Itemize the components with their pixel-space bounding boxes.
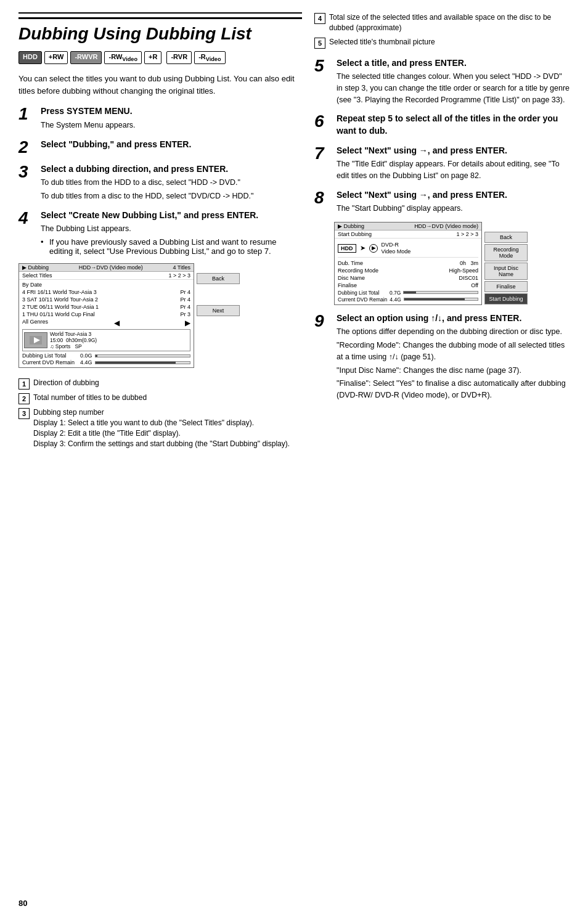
sd-buttons: Back Recording Mode Input Disc Name Fina… (484, 222, 528, 305)
next-btn[interactable]: Next (197, 305, 240, 316)
annotation-list: 1 Direction of dubbing 2 Total number of… (18, 378, 302, 449)
sd-subheader: Start Dubbing 1 > 2 > 3 (335, 231, 481, 239)
annotation-2: 2 Total number of titles to be dubbed (18, 393, 302, 404)
sd-start-btn[interactable]: Start Dubbing (484, 293, 528, 304)
right-annotations: 4 Total size of the selected titles and … (314, 12, 570, 49)
step-4-body: The Dubbing List appears. (41, 223, 302, 235)
sd-body: HDD ➤ ▶ DVD-R Video Mode Dub. Time 0h 3m (335, 239, 481, 304)
annotation-4: 4 Total size of the selected titles and … (314, 12, 570, 33)
screen-steps: 1 > 2 > 3 (168, 272, 190, 279)
thumb-image (24, 332, 47, 348)
step-2: 2 Select "Dubbing," and press ENTER. (18, 139, 302, 156)
sd-dub-time: Dub. Time 0h 3m (338, 259, 478, 267)
screen-allgenres-row: All Genres ◀ ▶ (22, 318, 190, 328)
step-9: 9 Select an option using ↑/↓, and press … (314, 312, 570, 401)
step-2-title: Select "Dubbing," and press ENTER. (41, 139, 302, 151)
badge-rwvideo: -RWVideo (104, 51, 142, 64)
badge-rvideo: -RVideo (194, 51, 225, 64)
step-9-body4: "Finalise": Select "Yes" to finalise a d… (337, 378, 570, 401)
annotation-1-text: Direction of dubbing (33, 378, 99, 388)
sd-back-btn[interactable]: Back (484, 232, 528, 243)
step-5-num: 5 (314, 57, 332, 75)
start-dubbing-screen: ▶ Dubbing HDD→DVD (Video mode) Start Dub… (334, 222, 482, 305)
annotation-1: 1 Direction of dubbing (18, 378, 302, 390)
screen-body: By Date 4 FRI 16/11 World Tour-Asia 3 Pr… (19, 280, 194, 367)
current-dvd-remain-bar: Current DVD Remain 4.4G (22, 359, 190, 365)
thumbnail-strip: World Tour-Asia 3 15:00 0h30m(0.9G) ♫ Sp… (22, 329, 190, 351)
annotation-2-text: Total number of titles to be dubbed (33, 393, 147, 403)
step-1-title: Press SYSTEM MENU. (41, 105, 302, 118)
step-9-body1: The options differ depending on the dubb… (337, 326, 570, 338)
sd-discname-btn[interactable]: Input Disc Name (484, 263, 528, 280)
screen-title-count: 4 Titles (173, 264, 190, 271)
sd-disc-name: Disc Name DISC01 (338, 274, 478, 282)
sd-list-total: Dubbing List Total 0.7G (338, 290, 478, 296)
step-4-bullet: • If you have previously saved a Dubbing… (41, 237, 302, 256)
step-8-body: The "Start Dubbing" display appears. (337, 203, 570, 214)
badge-plusrw: +RW (44, 51, 68, 64)
step-1-body: The System Menu appears. (41, 120, 302, 131)
step-9-num: 9 (314, 312, 332, 330)
step-9-body2: "Recording Mode": Changes the dubbing mo… (337, 340, 570, 363)
step-6: 6 Repeat step 5 to select all of the tit… (314, 113, 570, 137)
sd-header: ▶ Dubbing HDD→DVD (Video mode) (335, 222, 481, 231)
screen-title-row-3: 3 SAT 10/11 World Tour-Asia 2 Pr 4 (22, 296, 190, 303)
step-5-title: Select a title, and press ENTER. (337, 57, 570, 70)
step-3-title: Select a dubbing direction, and press EN… (41, 163, 302, 176)
page-number: 80 (18, 899, 27, 908)
step-3: 3 Select a dubbing direction, and press … (18, 163, 302, 202)
screen1-buttons: Back Next (197, 263, 240, 368)
step-7-body: The "Title Edit" display appears. For de… (337, 158, 570, 182)
step-4-title: Select "Create New Dubbing List," and pr… (41, 210, 302, 222)
annotation-4-text: Total size of the selected titles and av… (329, 12, 570, 33)
step-6-title: Repeat step 5 to select all of the title… (337, 113, 570, 137)
screen-title-row-4: 4 FRI 16/11 World Tour-Asia 3 Pr 4 (22, 288, 190, 296)
annotation-3-text: Dubbing step number Display 1: Select a … (33, 407, 290, 449)
intro-text: You can select the titles you want to du… (18, 73, 302, 97)
sd-finalise-btn[interactable]: Finalise (484, 281, 528, 292)
badge-hdd: HDD (18, 51, 42, 64)
back-btn[interactable]: Back (197, 273, 240, 284)
step-9-body3: "Input Disc Name": Changes the disc name… (337, 365, 570, 377)
step-3-body2: To dub titles from a disc to the HDD, se… (41, 190, 302, 202)
page-title: Dubbing Using Dubbing List (18, 17, 302, 44)
select-titles-screen: ▶ Dubbing HDD→DVD (Video mode) 4 Titles … (18, 263, 194, 368)
screen-bydate-row: By Date (22, 281, 190, 288)
step-3-body1: To dub titles from the HDD to a disc, se… (41, 177, 302, 189)
step-4: 4 Select "Create New Dubbing List," and … (18, 210, 302, 256)
dubbing-list-total-bar: Dubbing List Total 0.0G (22, 353, 190, 359)
sd-dvd-remain: Current DVD Remain 4.4G (338, 296, 478, 303)
thumb-info: World Tour-Asia 3 15:00 0h30m(0.9G) ♫ Sp… (50, 331, 97, 349)
format-badges: HDD +RW -RWVR -RWVideo +R -RVR -RVideo (18, 51, 302, 64)
screen-dubbing-label: ▶ Dubbing (22, 264, 49, 271)
annotation-5-text: Selected title's thumbnail picture (329, 37, 435, 47)
screen-subheader: Select Titles 1 > 2 > 3 (19, 272, 194, 280)
annotation-5: 5 Selected title's thumbnail picture (314, 37, 570, 49)
diagram-2: ▶ Dubbing HDD→DVD (Video mode) Start Dub… (334, 222, 570, 305)
sd-recmode-btn[interactable]: Recording Mode (484, 244, 528, 261)
diagram-1: ▶ Dubbing HDD→DVD (Video mode) 4 Titles … (18, 263, 302, 372)
step-8-num: 8 (314, 189, 332, 206)
sd-direction-row: HDD ➤ ▶ DVD-R Video Mode (338, 240, 478, 258)
step-8-title: Select "Next" using →, and press ENTER. (337, 189, 570, 202)
screen-title-row-1: 1 THU 01/11 World Cup Final Pr 3 (22, 311, 190, 318)
step-5: 5 Select a title, and press ENTER. The s… (314, 57, 570, 106)
step-9-title: Select an option using ↑/↓, and press EN… (337, 312, 570, 325)
step-7-title: Select "Next" using →, and press ENTER. (337, 145, 570, 157)
badge-rvr: -RVR (166, 51, 192, 64)
step-8: 8 Select "Next" using →, and press ENTER… (314, 189, 570, 214)
screen-header: ▶ Dubbing HDD→DVD (Video mode) 4 Titles (19, 264, 194, 272)
screen-title-row-2: 2 TUE 06/11 World Tour-Asia 1 Pr 4 (22, 303, 190, 311)
step-5-body: The selected title changes colour. When … (337, 71, 570, 105)
step-2-num: 2 (18, 139, 36, 156)
badge-rwvr: -RWVR (70, 51, 102, 64)
step-6-num: 6 (314, 113, 332, 130)
screen-select-titles: Select Titles (22, 272, 52, 279)
badge-plusr: +R (144, 51, 161, 64)
step-4-num: 4 (18, 210, 36, 227)
step-7: 7 Select "Next" using →, and press ENTER… (314, 145, 570, 182)
step-3-num: 3 (18, 163, 36, 181)
sd-rec-mode: Recording Mode High-Speed (338, 267, 478, 274)
step-1: 1 Press SYSTEM MENU. The System Menu app… (18, 105, 302, 131)
step-7-num: 7 (314, 145, 332, 162)
